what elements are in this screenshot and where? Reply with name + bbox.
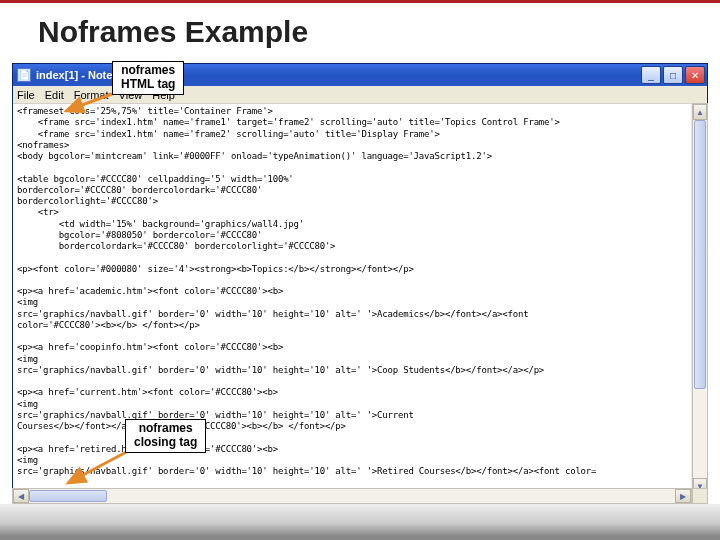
callout-line: HTML tag — [121, 78, 175, 92]
horizontal-scrollbar[interactable]: ◀ ▶ — [12, 488, 692, 504]
menu-file[interactable]: File — [17, 89, 35, 101]
close-button[interactable]: ✕ — [685, 66, 705, 84]
maximize-button[interactable]: □ — [663, 66, 683, 84]
callout-noframes-close: noframes closing tag — [125, 419, 206, 453]
callout-line: noframes — [121, 64, 175, 78]
scroll-corner — [692, 488, 708, 504]
callout-line: noframes — [134, 422, 197, 436]
vertical-scrollbar[interactable]: ▲ ▼ — [692, 103, 708, 495]
scroll-thumb-horizontal[interactable] — [29, 490, 107, 502]
scroll-left-button[interactable]: ◀ — [13, 489, 29, 503]
svg-line-3 — [68, 449, 132, 483]
slide-footer-shadow — [0, 504, 720, 536]
scroll-track-vertical[interactable] — [693, 120, 707, 478]
minimize-button[interactable]: _ — [641, 66, 661, 84]
scroll-thumb-vertical[interactable] — [694, 120, 706, 389]
notepad-icon: 📄 — [17, 68, 31, 82]
scroll-right-button[interactable]: ▶ — [675, 489, 691, 503]
scroll-track-horizontal[interactable] — [29, 489, 675, 503]
callout-line: closing tag — [134, 436, 197, 450]
slide-title: Noframes Example — [0, 3, 720, 57]
scroll-up-button[interactable]: ▲ — [693, 104, 707, 120]
callout-noframes-open: noframes HTML tag — [112, 61, 184, 95]
